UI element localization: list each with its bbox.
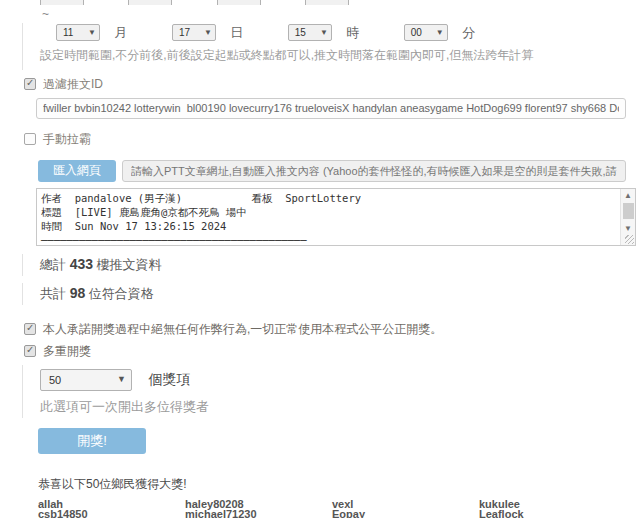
manual-slot-checkbox[interactable] xyxy=(24,133,36,145)
time-range-help: 設定時間範圍,不分前後,前後設定起點或終點都可以,推文時間落在範圍內即可,但無法… xyxy=(40,46,626,70)
end-hour-unit: 15▼ 時 xyxy=(288,23,359,42)
pledge-label: 本人承諾開獎過程中絕無任何作弊行為,一切正常使用本程式公平公正開獎。 xyxy=(43,321,442,338)
scroll-down-icon[interactable]: ▼ xyxy=(621,222,635,235)
qualified-stat: 共計 98 位符合資格 xyxy=(22,283,626,305)
manual-slot-label: 手動拉霸 xyxy=(43,131,91,148)
end-minute-select[interactable]: 00▼ xyxy=(404,24,448,41)
filter-id-checkbox[interactable] xyxy=(24,78,36,90)
winners-grid: allahcsb14850michine1000trolldogistyappa… xyxy=(38,499,626,518)
end-hour-select[interactable]: 15▼ xyxy=(288,24,332,41)
day-label: 日 xyxy=(230,25,243,40)
multi-prize-hint: 此選項可一次開出多位得獎者 xyxy=(40,398,626,416)
range-tilde: ~ xyxy=(42,7,626,21)
pledge-row: 本人承諾開獎過程中絕無任何作弊行為,一切正常使用本程式公平公正開獎。 xyxy=(24,321,626,338)
filter-ids-input[interactable] xyxy=(36,98,626,119)
winner-column: vexlEopaywillyxu4smallsong52gucci978Bett… xyxy=(332,499,479,518)
qualified-count: 98 xyxy=(70,285,86,301)
lottery-tool-page: ~ 11▼ 月 17▼ 日 15▼ 時 00▼ 分 設定時間範圍,不分前後,前後… xyxy=(0,0,640,518)
minute-label: 分 xyxy=(462,25,475,40)
winner-name: Eopay xyxy=(332,509,479,518)
end-month-select[interactable]: 11▼ xyxy=(56,24,100,41)
start-time-row-cutoff xyxy=(12,0,626,5)
start-day-select[interactable] xyxy=(128,0,172,5)
total-pushes-count: 433 xyxy=(70,256,93,272)
pledge-checkbox[interactable] xyxy=(24,323,36,335)
winner-name: csb14850 xyxy=(38,509,185,518)
end-day-unit: 17▼ 日 xyxy=(172,23,243,42)
winner-column: allahcsb14850michine1000trolldogistyappa… xyxy=(38,499,185,518)
prize-count-row: 50▼ 個獎項 xyxy=(40,369,626,391)
chevron-down-icon: ▼ xyxy=(436,29,444,37)
end-minute-unit: 00▼ 分 xyxy=(404,23,475,42)
end-time-row: 11▼ 月 17▼ 日 15▼ 時 00▼ 分 xyxy=(40,23,626,42)
multi-prize-label: 多重開獎 xyxy=(43,343,91,360)
start-month-select[interactable] xyxy=(40,0,84,5)
pledge-area: 本人承諾開獎過程中絕無任何作弊行為,一切正常使用本程式公平公正開獎。 多重開獎 xyxy=(12,321,626,360)
chevron-down-icon: ▼ xyxy=(320,29,328,37)
draw-button[interactable]: 開獎! xyxy=(38,428,146,454)
filter-id-row: 過濾推文ID xyxy=(24,76,626,93)
prize-count-select[interactable]: 50▼ xyxy=(40,369,132,391)
article-content: 作者 pandalove (男子漢) 看板 SportLottery 標題 [L… xyxy=(37,189,635,246)
resize-grip-icon[interactable] xyxy=(625,235,634,244)
chevron-down-icon: ▼ xyxy=(117,375,126,384)
scroll-up-icon[interactable]: ▲ xyxy=(621,189,635,202)
multi-prize-checkbox[interactable] xyxy=(24,345,36,357)
import-row: 匯入網頁 xyxy=(38,160,626,182)
chevron-down-icon: ▼ xyxy=(88,29,96,37)
end-day-select[interactable]: 17▼ xyxy=(172,24,216,41)
filter-id-label: 過濾推文ID xyxy=(43,76,103,93)
start-hour-select[interactable] xyxy=(217,0,261,5)
multi-prize-block: 50▼ 個獎項 此選項可一次開出多位得獎者 xyxy=(22,365,626,418)
time-range-block: 11▼ 月 17▼ 日 15▼ 時 00▼ 分 設定時間範圍,不分前後,前後設定… xyxy=(22,23,626,70)
prize-count-unit-label: 個獎項 xyxy=(148,371,190,387)
article-textarea[interactable]: 作者 pandalove (男子漢) 看板 SportLottery 標題 [L… xyxy=(36,188,636,246)
multi-prize-row: 多重開獎 xyxy=(24,343,626,360)
start-minute-select[interactable] xyxy=(305,0,349,5)
stats-section: 總計 433 樓推文資料 共計 98 位符合資格 xyxy=(12,254,626,305)
winner-name: michael71230 xyxy=(185,509,332,518)
end-month-unit: 11▼ 月 xyxy=(56,23,127,42)
import-page-button[interactable]: 匯入網頁 xyxy=(38,160,116,182)
ptt-url-input[interactable] xyxy=(122,160,626,182)
hour-label: 時 xyxy=(346,25,359,40)
month-label: 月 xyxy=(114,25,127,40)
winner-column: kukuleeLeaflocktcshemonLionKKWyp7777yoyo… xyxy=(479,499,626,518)
scrollbar-thumb[interactable] xyxy=(623,203,634,219)
total-pushes-stat: 總計 433 樓推文資料 xyxy=(22,254,626,276)
winner-column: haley80208michael71230w19690101ritaritHi… xyxy=(185,499,332,518)
manual-slot-row: 手動拉霸 xyxy=(24,131,626,148)
winner-name: Leaflock xyxy=(479,509,626,518)
chevron-down-icon: ▼ xyxy=(204,29,212,37)
winners-headline: 恭喜以下50位鄉民獲得大獎! xyxy=(38,476,626,493)
